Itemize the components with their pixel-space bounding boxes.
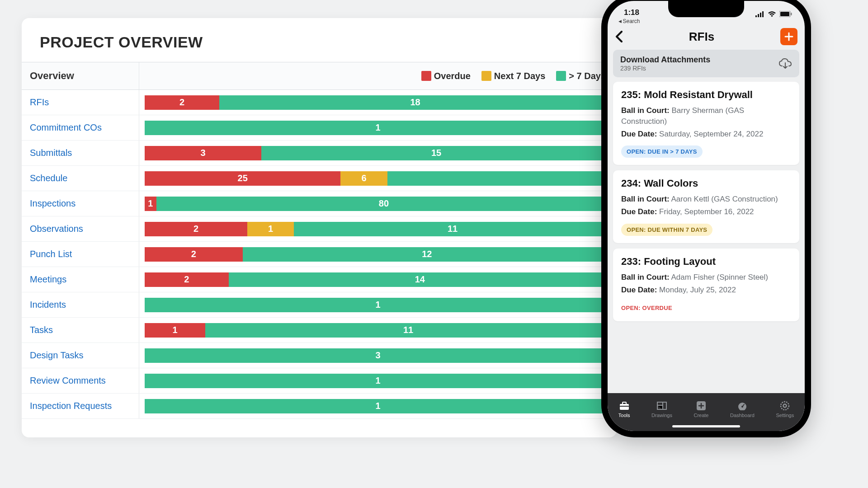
rfi-ball-in-court: Ball in Court: Adam Fisher (Spinner Stee… [621, 272, 791, 283]
row-link[interactable]: RFIs [22, 90, 139, 115]
overview-header-label: Overview [22, 62, 139, 89]
stacked-bar: 212 [145, 247, 611, 262]
row-bar: 1 [139, 292, 617, 317]
legend: Overdue Next 7 Days > 7 Days [139, 71, 617, 81]
row-link[interactable]: Punch List [22, 242, 139, 267]
svg-rect-8 [623, 402, 626, 404]
seg-gt7: 12 [243, 247, 611, 262]
wifi-icon [768, 11, 776, 17]
overview-row: Commitment COs1 [22, 115, 617, 141]
rfi-due-date: Due Date: Friday, September 16, 2022 [621, 206, 791, 217]
breadcrumb[interactable]: Search [608, 17, 805, 24]
rfi-status-badge: OPEN: DUE WITHIN 7 DAYS [621, 224, 712, 236]
phone-frame: 1:18 Search RFIs Download Attachments 23… [601, 0, 811, 437]
tab-create[interactable]: Create [693, 401, 708, 418]
seg-overdue: 2 [145, 222, 247, 236]
rfi-status-badge: OPEN: OVERDUE [621, 302, 678, 314]
seg-gt7: 3 [145, 348, 611, 363]
overview-row: Inspection Requests1 [22, 394, 617, 419]
seg-overdue: 25 [145, 171, 340, 186]
rfi-card[interactable]: 235: Mold Resistant DrywallBall in Court… [613, 82, 799, 165]
rfi-card[interactable]: 234: Wall ColorsBall in Court: Aaron Ket… [613, 170, 799, 243]
seg-gt7: 1 [145, 399, 611, 413]
seg-gt7: 80 [156, 197, 611, 211]
seg-overdue: 2 [145, 272, 229, 287]
seg-gt7: 14 [229, 272, 611, 287]
add-button[interactable] [780, 28, 797, 45]
back-button[interactable] [615, 31, 623, 42]
row-link[interactable]: Incidents [22, 292, 139, 317]
seg-overdue: 2 [145, 247, 243, 262]
tab-dashboard[interactable]: Dashboard [730, 401, 755, 418]
blueprint-icon [656, 401, 667, 411]
row-bar: 2111 [139, 216, 617, 241]
seg-next7: 6 [340, 171, 387, 186]
row-link[interactable]: Review Comments [22, 368, 139, 393]
phone-screen: 1:18 Search RFIs Download Attachments 23… [608, 1, 805, 431]
row-bar: 180 [139, 191, 617, 216]
row-link[interactable]: Submittals [22, 141, 139, 165]
stacked-bar: 315 [145, 146, 611, 160]
rfi-title: 234: Wall Colors [621, 178, 791, 189]
svg-rect-3 [762, 11, 764, 17]
seg-overdue: 1 [145, 323, 205, 338]
svg-point-13 [741, 406, 743, 408]
row-link[interactable]: Inspections [22, 191, 139, 216]
home-indicator[interactable] [672, 425, 740, 427]
rfi-ball-in-court: Ball in Court: Barry Sherman (GAS Constr… [621, 105, 791, 127]
seg-overdue: 3 [145, 146, 261, 160]
tab-label: Create [693, 413, 708, 418]
tab-label: Settings [776, 413, 794, 418]
overview-row: Meetings214 [22, 267, 617, 292]
row-link[interactable]: Design Tasks [22, 343, 139, 368]
svg-rect-6 [791, 13, 792, 15]
row-link[interactable]: Observations [22, 216, 139, 241]
gauge-icon [737, 401, 748, 411]
status-icons [755, 11, 792, 17]
legend-overdue: Overdue [421, 71, 471, 81]
overview-row: Review Comments1 [22, 368, 617, 394]
row-link[interactable]: Tasks [22, 318, 139, 343]
overview-row: Incidents1 [22, 292, 617, 318]
row-bar: 111 [139, 318, 617, 343]
row-link[interactable]: Schedule [22, 166, 139, 191]
svg-rect-1 [758, 14, 759, 17]
status-time: 1:18 [624, 8, 639, 17]
rfi-title: 233: Footing Layout [621, 256, 791, 267]
phone-navbar: RFIs [608, 24, 805, 50]
tab-drawings[interactable]: Drawings [651, 401, 672, 418]
row-bar: 1 [139, 115, 617, 140]
nav-title: RFIs [689, 30, 714, 44]
row-bar: 1 [139, 394, 617, 418]
project-overview-card: PROJECT OVERVIEW Overview Overdue Next 7… [22, 18, 617, 437]
legend-gt7-label: > 7 Days [569, 71, 606, 81]
row-link[interactable]: Commitment COs [22, 115, 139, 140]
tab-tools[interactable]: Tools [618, 401, 630, 418]
overview-row: Tasks111 [22, 318, 617, 343]
rfi-due-date: Due Date: Monday, July 25, 2022 [621, 285, 791, 296]
overview-row: Schedule256 [22, 166, 617, 191]
download-attachments-bar[interactable]: Download Attachments 239 RFIs [613, 50, 799, 77]
row-link[interactable]: Meetings [22, 267, 139, 292]
overview-header: Overview Overdue Next 7 Days > 7 Days [22, 62, 617, 90]
rfi-card[interactable]: 233: Footing LayoutBall in Court: Adam F… [613, 249, 799, 321]
stacked-bar: 1 [145, 399, 611, 413]
seg-gt7: 11 [294, 222, 611, 236]
tab-settings[interactable]: Settings [776, 401, 794, 418]
chevron-left-icon [615, 31, 623, 42]
seg-gt7 [387, 171, 611, 186]
seg-gt7: 1 [145, 121, 611, 135]
seg-gt7: 1 [145, 298, 611, 312]
swatch-next7 [481, 71, 491, 81]
rfi-list[interactable]: 235: Mold Resistant DrywallBall in Court… [608, 82, 805, 393]
row-link[interactable]: Inspection Requests [22, 394, 139, 418]
seg-gt7: 11 [205, 323, 611, 338]
tab-label: Dashboard [730, 413, 755, 418]
row-bar: 212 [139, 242, 617, 267]
svg-rect-9 [620, 406, 629, 407]
seg-gt7: 18 [219, 95, 611, 110]
plus-icon [784, 32, 793, 41]
page-title: PROJECT OVERVIEW [22, 33, 617, 62]
download-title: Download Attachments [620, 55, 710, 65]
overview-rows: RFIs218Commitment COs1Submittals315Sched… [22, 90, 617, 419]
